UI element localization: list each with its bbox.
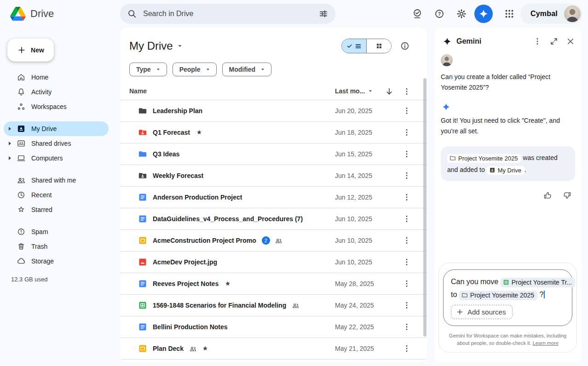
file-name: Weekly Forecast [153, 172, 203, 179]
filter-people-button[interactable]: People [173, 63, 217, 76]
expand-caret-icon[interactable] [9, 127, 11, 131]
spam-icon [17, 227, 26, 236]
row-menu-kebab-icon[interactable] [401, 257, 412, 268]
google-apps-icon[interactable] [504, 8, 515, 19]
scrollbar-thumb[interactable] [423, 78, 427, 337]
page-title[interactable]: My Drive [129, 40, 184, 52]
filter-type-button[interactable]: Type [129, 63, 167, 76]
folder-chip[interactable]: Project Yosemite 2025 [447, 154, 521, 163]
file-row[interactable]: Plan DeckMay 21, 2025 [120, 338, 427, 360]
file-source-chip[interactable]: Project Yosemite Tr... [501, 278, 576, 287]
column-modified[interactable]: Last mo... [335, 87, 374, 95]
docs-icon [138, 279, 147, 288]
sidebar-item-label: Workspaces [31, 103, 67, 110]
file-row[interactable]: AcmeDev Project.jpgJun 10, 2025 [120, 252, 427, 273]
list-options-kebab-icon[interactable] [401, 86, 412, 97]
row-menu-kebab-icon[interactable] [401, 300, 412, 311]
column-name[interactable]: Name [129, 87, 147, 95]
file-modified-date: Jun 10, 2025 [335, 258, 372, 266]
add-sources-button[interactable]: Add sources [451, 305, 513, 319]
sidebar-item-storage[interactable]: Storage [4, 254, 109, 269]
sidebar-item-workspaces[interactable]: Workspaces [4, 99, 109, 114]
expand-caret-icon[interactable] [9, 156, 11, 160]
row-menu-kebab-icon[interactable] [401, 192, 412, 203]
sidebar-item-computers[interactable]: Computers [4, 151, 109, 166]
row-menu-kebab-icon[interactable] [401, 127, 412, 138]
sidebar-item-shared-with-me[interactable]: Shared with me [4, 173, 109, 188]
advanced-search-icon[interactable] [318, 8, 329, 19]
settings-gear-icon[interactable] [456, 8, 467, 19]
file-row[interactable]: Q3 IdeasJun 15, 2025 [120, 143, 427, 165]
gemini-title: Gemini [456, 37, 481, 46]
search-icon[interactable] [127, 8, 138, 19]
sidebar: New HomeActivityWorkspacesMy DriveShared… [0, 28, 118, 366]
file-row[interactable]: AcmeConstruction Project Promo2Jun 10, 2… [120, 230, 427, 252]
file-list-header: Name Last mo... [120, 85, 427, 100]
sidebar-item-trash[interactable]: Trash [4, 239, 109, 254]
file-row[interactable]: Leadership PlanJun 20, 2025 [120, 100, 427, 122]
destination-folder-chip[interactable]: Project Yosemite 2025 [459, 291, 537, 300]
sidebar-item-my-drive[interactable]: My Drive [4, 121, 109, 136]
drive-logo[interactable]: Drive [0, 7, 108, 21]
row-menu-kebab-icon[interactable] [401, 170, 412, 181]
shared-people-icon [189, 345, 197, 353]
comment-count-badge[interactable]: 2 [262, 236, 270, 245]
search-input[interactable] [142, 9, 318, 18]
sidebar-item-recent[interactable]: Recent [4, 188, 109, 202]
expand-icon[interactable] [548, 36, 559, 47]
file-row[interactable]: DataGuidelines_v4_Process_and_Procedures… [120, 208, 427, 230]
row-menu-kebab-icon[interactable] [401, 105, 412, 116]
my-drive-chip[interactable]: My Drive [487, 166, 525, 175]
sidebar-item-activity[interactable]: Activity [4, 85, 109, 99]
shared-folder-icon [138, 128, 147, 137]
account-pill[interactable]: Cymbal [520, 4, 582, 24]
filter-modified-button[interactable]: Modified [222, 63, 272, 76]
row-menu-kebab-icon[interactable] [401, 321, 412, 332]
thumbs-down-icon[interactable] [561, 190, 572, 201]
sidebar-item-spam[interactable]: Spam [4, 224, 109, 239]
close-icon[interactable] [565, 36, 576, 47]
file-modified-date: May 22, 2025 [335, 323, 374, 331]
view-toggle [341, 39, 392, 53]
search-bar[interactable] [120, 4, 335, 24]
row-menu-kebab-icon[interactable] [401, 213, 412, 224]
sidebar-item-home[interactable]: Home [4, 70, 109, 85]
activity-icon [17, 87, 26, 97]
chevron-down-icon [204, 66, 212, 73]
file-row[interactable]: Anderson Production ProjectJun 12, 2025 [120, 187, 427, 208]
sidebar-item-label: My Drive [31, 125, 57, 132]
row-menu-kebab-icon[interactable] [401, 235, 412, 246]
new-button-label: New [31, 46, 44, 54]
row-menu-kebab-icon[interactable] [401, 343, 412, 354]
sidebar-item-starred[interactable]: Starred [4, 202, 109, 217]
help-icon[interactable]: ? [434, 8, 445, 19]
row-menu-kebab-icon[interactable] [401, 278, 412, 289]
top-bar: Drive ? [0, 0, 588, 28]
file-row[interactable]: Q1 ForecastJun 18, 2025 [120, 122, 427, 143]
offline-status-icon[interactable] [412, 8, 423, 19]
learn-more-link[interactable]: Learn more [533, 340, 559, 346]
file-row[interactable]: Weekly ForecastJun 14, 2025 [120, 165, 427, 187]
action-result-card: Project Yosemite 2025 was created and ad… [441, 146, 575, 181]
file-row[interactable]: 1569-1848 Scenarios for Financial Modeli… [120, 295, 427, 316]
gemini-spark-icon [443, 37, 452, 46]
file-row[interactable]: Bellini Production NotesMay 22, 2025 [120, 316, 427, 338]
file-row[interactable]: Reeves Project NotesMay 28, 2025 [120, 273, 427, 295]
details-info-icon[interactable] [399, 40, 410, 51]
starred-icon [17, 205, 26, 214]
gemini-button[interactable] [474, 5, 493, 23]
user-message: Can you create a folder called “Project … [441, 72, 573, 93]
sort-direction-icon[interactable] [384, 86, 395, 97]
expand-caret-icon[interactable] [9, 142, 11, 145]
sidebar-item-shared-drives[interactable]: Shared drives [4, 136, 109, 151]
folder-outline-icon [461, 292, 468, 298]
gemini-menu-kebab-icon[interactable] [532, 36, 543, 47]
grid-view-button[interactable] [367, 39, 391, 53]
row-menu-kebab-icon[interactable] [401, 149, 412, 160]
chat-input[interactable]: Can you move Project Yosemite Tr... to P… [443, 269, 572, 326]
file-name: Q1 Forecast [153, 129, 190, 136]
list-view-button[interactable] [342, 39, 367, 53]
new-button[interactable]: New [7, 39, 54, 62]
thumbs-up-icon[interactable] [542, 190, 553, 201]
user-avatar[interactable] [564, 6, 581, 22]
